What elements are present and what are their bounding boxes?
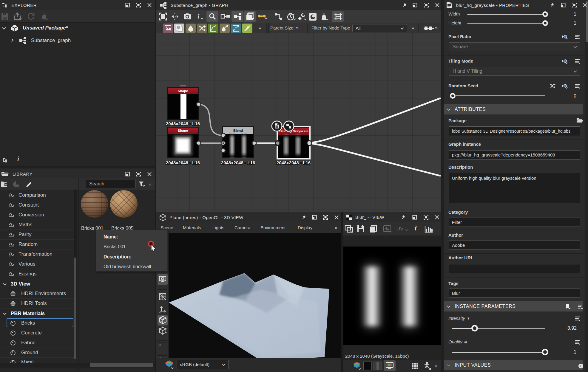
svg-text:Shape: Shape: [178, 89, 188, 93]
svg-text:2048x2048 - L16: 2048x2048 - L16: [166, 121, 200, 126]
svg-text:2048x2048 - L16: 2048x2048 - L16: [277, 160, 311, 165]
svg-text:2048x2048 - L16: 2048x2048 - L16: [221, 160, 255, 165]
svg-text:Blend: Blend: [233, 129, 243, 132]
svg-text:1:1: 1:1: [172, 15, 178, 19]
svg-text:Shape: Shape: [178, 129, 188, 132]
svg-text:Blur HQ Grayscale: Blur HQ Grayscale: [279, 129, 308, 133]
svg-text:2048x2048 - L16: 2048x2048 - L16: [166, 160, 200, 165]
svg-text:i: i: [197, 13, 200, 20]
